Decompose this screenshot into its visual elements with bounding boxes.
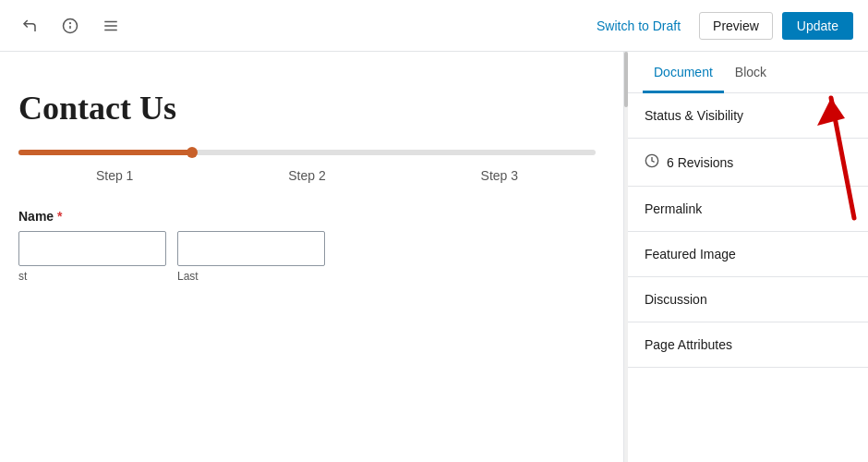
page-attributes-label: Page Attributes bbox=[645, 337, 732, 352]
required-marker: * bbox=[57, 209, 62, 224]
toolbar: Switch to Draft Preview Update bbox=[0, 0, 868, 52]
tab-block[interactable]: Block bbox=[724, 52, 778, 93]
update-button[interactable]: Update bbox=[782, 12, 853, 40]
last-name-input[interactable] bbox=[177, 231, 325, 266]
toolbar-left bbox=[15, 11, 587, 41]
main-area: Contact Us Step 1 Step 2 Step 3 Name * s… bbox=[0, 52, 868, 462]
panel-featured-image[interactable]: Featured Image bbox=[628, 232, 868, 277]
page-title[interactable]: Contact Us bbox=[18, 89, 596, 128]
sidebar-tabs: Document Block bbox=[628, 52, 868, 93]
clock-icon bbox=[645, 153, 659, 171]
sidebar-inner: Document Block Status & Visibility 6 Rev… bbox=[628, 52, 868, 462]
first-name-input[interactable] bbox=[18, 231, 166, 266]
progress-bar-fill bbox=[18, 150, 192, 155]
panel-permalink[interactable]: Permalink bbox=[628, 187, 868, 232]
panel-revisions[interactable]: 6 Revisions bbox=[628, 139, 868, 187]
first-name-group: st bbox=[18, 231, 166, 283]
last-name-sublabel: Last bbox=[177, 270, 325, 283]
scroll-bar bbox=[624, 52, 628, 462]
panel-page-attributes[interactable]: Page Attributes bbox=[628, 322, 868, 368]
name-label: Name * bbox=[18, 209, 596, 224]
step-1-label: Step 1 bbox=[96, 168, 133, 183]
step-2-label: Step 2 bbox=[288, 168, 325, 183]
sidebar-panel: Status & Visibility 6 Revisions Permalin… bbox=[628, 93, 868, 368]
scroll-thumb bbox=[624, 52, 628, 107]
revisions-label: 6 Revisions bbox=[667, 155, 733, 170]
steps-row: Step 1 Step 2 Step 3 bbox=[18, 168, 596, 183]
featured-image-label: Featured Image bbox=[645, 247, 736, 261]
undo-button[interactable] bbox=[15, 11, 44, 41]
info-button[interactable] bbox=[55, 11, 85, 41]
switch-to-draft-button[interactable]: Switch to Draft bbox=[587, 13, 690, 39]
list-view-button[interactable] bbox=[96, 11, 126, 41]
toolbar-right: Switch to Draft Preview Update bbox=[587, 12, 853, 40]
step-3-label: Step 3 bbox=[481, 168, 518, 183]
status-visibility-label: Status & Visibility bbox=[645, 108, 743, 123]
last-name-group: Last bbox=[177, 231, 325, 283]
tab-document[interactable]: Document bbox=[643, 52, 724, 93]
preview-button[interactable]: Preview bbox=[699, 12, 773, 40]
input-row: st Last bbox=[18, 231, 596, 283]
first-name-sublabel: st bbox=[18, 270, 166, 283]
form-section: Name * st Last bbox=[18, 209, 596, 283]
progress-section: Step 1 Step 2 Step 3 bbox=[18, 150, 596, 183]
permalink-label: Permalink bbox=[645, 201, 702, 216]
panel-discussion[interactable]: Discussion bbox=[628, 277, 868, 322]
discussion-label: Discussion bbox=[645, 292, 707, 307]
editor-area: Contact Us Step 1 Step 2 Step 3 Name * s… bbox=[0, 52, 623, 462]
progress-bar-container bbox=[18, 150, 596, 155]
panel-status-visibility[interactable]: Status & Visibility bbox=[628, 93, 868, 139]
sidebar: Document Block Status & Visibility 6 Rev… bbox=[623, 52, 868, 462]
